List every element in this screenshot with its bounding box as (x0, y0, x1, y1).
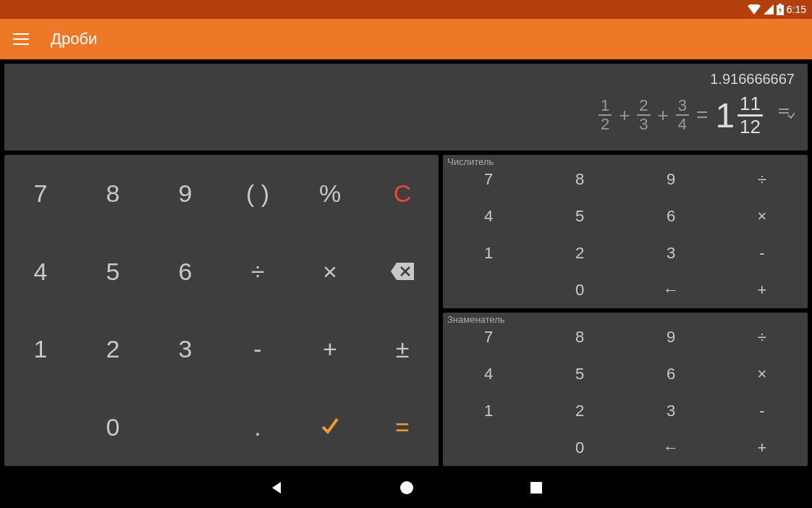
den-5[interactable]: 5 (534, 355, 625, 392)
battery-charging-icon (777, 4, 784, 15)
key-0[interactable]: 0 (77, 389, 149, 467)
keypad-container: 7 8 9 ( ) % C 4 5 6 ÷ × 1 2 3 - + ± 0 . (4, 155, 808, 466)
home-icon[interactable] (399, 481, 414, 495)
den-div[interactable]: ÷ (716, 318, 808, 355)
fraction-2: 2 3 (637, 97, 650, 133)
fraction-keypads: Числитель 7 8 9 ÷ 4 5 6 × 1 2 3 - 0 ← + … (443, 155, 808, 466)
key-equals[interactable]: = (366, 389, 439, 467)
numerator-pad: Числитель 7 8 9 ÷ 4 5 6 × 1 2 3 - 0 ← + (443, 155, 808, 308)
den-4[interactable]: 4 (443, 355, 534, 392)
den-2[interactable]: 2 (534, 392, 625, 429)
display: 1.916666667 1 2 + 2 3 + 3 4 = 1 11 12 (4, 64, 808, 151)
num-2[interactable]: 2 (534, 234, 625, 271)
key-3[interactable]: 3 (149, 310, 221, 389)
fraction-1: 1 2 (599, 97, 612, 133)
key-clear[interactable]: C (366, 155, 439, 233)
key-multiply[interactable]: × (294, 233, 366, 311)
plus-op: + (619, 104, 630, 127)
den-plus[interactable]: + (716, 429, 808, 466)
wifi-icon (748, 4, 761, 14)
key-plus[interactable]: + (294, 310, 366, 389)
key-4[interactable]: 4 (4, 233, 77, 311)
den-minus[interactable]: - (716, 392, 808, 429)
recents-icon[interactable] (530, 481, 543, 494)
den-9[interactable]: 9 (625, 318, 716, 355)
status-bar: 6:15 (0, 0, 812, 19)
key-dot[interactable]: . (221, 389, 294, 467)
main-keypad: 7 8 9 ( ) % C 4 5 6 ÷ × 1 2 3 - + ± 0 . (4, 155, 439, 466)
num-plus[interactable]: + (716, 271, 808, 308)
key-6[interactable]: 6 (149, 233, 221, 311)
key-9[interactable]: 9 (149, 155, 221, 233)
key-divide[interactable]: ÷ (221, 233, 294, 311)
num-0[interactable]: 0 (534, 271, 625, 308)
den-6[interactable]: 6 (625, 355, 716, 392)
den-1[interactable]: 1 (443, 392, 534, 429)
denominator-label: Знаменатель (447, 314, 505, 325)
svg-point-4 (400, 481, 413, 494)
key-2[interactable]: 2 (77, 310, 149, 389)
key-paren[interactable]: ( ) (221, 155, 294, 233)
den-mul[interactable]: × (716, 355, 808, 392)
expression: 1 2 + 2 3 + 3 4 = 1 11 12 (17, 93, 795, 137)
key-5[interactable]: 5 (77, 233, 149, 311)
numerator-label: Числитель (447, 156, 494, 167)
num-minus[interactable]: - (716, 234, 808, 271)
result-mixed: 1 11 12 (715, 93, 763, 137)
key-percent[interactable]: % (294, 155, 366, 233)
decimal-result: 1.916666667 (17, 71, 795, 88)
key-7[interactable]: 7 (4, 155, 77, 233)
key-plusminus[interactable]: ± (366, 310, 439, 389)
num-6[interactable]: 6 (625, 198, 716, 234)
fraction-3: 3 4 (676, 97, 689, 133)
num-3[interactable]: 3 (625, 234, 716, 271)
num-8[interactable]: 8 (534, 161, 625, 198)
denominator-pad: Знаменатель 7 8 9 ÷ 4 5 6 × 1 2 3 - 0 ← … (443, 313, 808, 466)
plus-op: + (658, 104, 669, 127)
num-5[interactable]: 5 (534, 198, 625, 234)
num-mul[interactable]: × (716, 198, 808, 234)
key-check[interactable] (294, 389, 366, 467)
menu-icon[interactable] (13, 33, 29, 45)
svg-rect-5 (530, 482, 542, 494)
num-1[interactable]: 1 (443, 234, 534, 271)
den-back[interactable]: ← (625, 429, 716, 466)
key-1[interactable]: 1 (4, 310, 77, 389)
num-div[interactable]: ÷ (716, 161, 808, 198)
num-9[interactable]: 9 (625, 161, 716, 198)
equals-sign: = (696, 103, 708, 127)
num-blank (443, 271, 534, 308)
key-8[interactable]: 8 (77, 155, 149, 233)
back-icon[interactable] (269, 481, 284, 495)
app-bar: Дроби (0, 19, 812, 59)
simplify-icon[interactable] (779, 108, 795, 122)
key-backspace[interactable] (366, 233, 439, 311)
status-time: 6:15 (787, 4, 806, 15)
num-4[interactable]: 4 (443, 198, 534, 234)
den-0[interactable]: 0 (534, 429, 625, 466)
den-3[interactable]: 3 (625, 392, 716, 429)
den-blank (443, 429, 534, 466)
android-nav-bar (0, 467, 812, 508)
num-back[interactable]: ← (625, 271, 716, 308)
signal-icon (764, 4, 774, 14)
key-minus[interactable]: - (221, 310, 294, 389)
den-8[interactable]: 8 (534, 318, 625, 355)
app-title: Дроби (51, 30, 97, 48)
